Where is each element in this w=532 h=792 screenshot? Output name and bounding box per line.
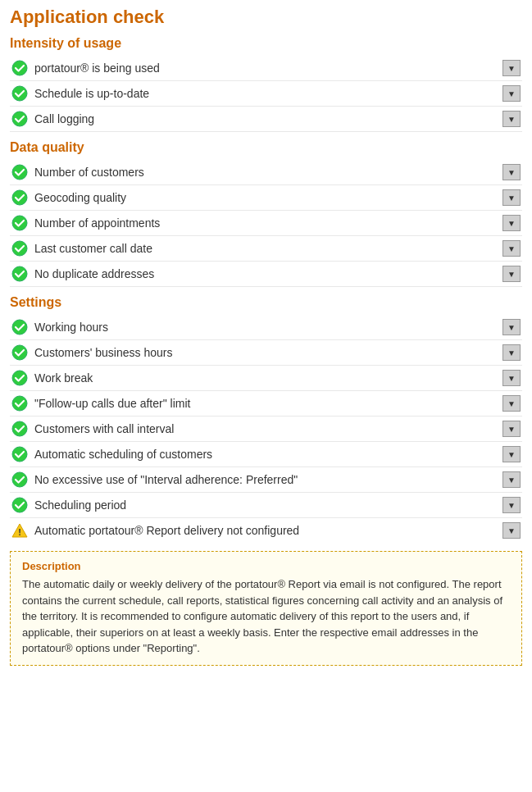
check-ok-icon (11, 319, 28, 335)
check-row-portatour-used: portatour® is being used▼ (10, 56, 522, 81)
check-label-auto-report-delivery: Automatic portatour® Report delivery not… (34, 524, 299, 537)
dropdown-btn-portatour-used[interactable]: ▼ (502, 60, 521, 76)
check-ok-icon (11, 240, 28, 257)
check-label-geocoding-quality: Geocoding quality (34, 191, 126, 204)
dropdown-btn-no-excessive-interval[interactable]: ▼ (502, 471, 521, 488)
check-ok-icon (11, 60, 28, 76)
check-row-working-hours: Working hours▼ (10, 315, 522, 340)
section-title-intensity: Intensity of usage (10, 36, 522, 51)
dropdown-btn-num-appointments[interactable]: ▼ (502, 215, 521, 231)
check-label-portatour-used: portatour® is being used (34, 61, 160, 75)
dropdown-btn-call-interval[interactable]: ▼ (502, 421, 521, 437)
check-ok-icon (11, 266, 28, 282)
check-row-call-logging: Call logging▼ (10, 107, 522, 132)
check-warn-icon: ! (11, 522, 28, 539)
sections-container: Intensity of usage portatour® is being u… (10, 36, 522, 543)
svg-text:!: ! (18, 527, 21, 537)
svg-point-13 (12, 447, 27, 462)
dropdown-btn-no-duplicate[interactable]: ▼ (502, 266, 521, 282)
svg-point-7 (12, 266, 27, 281)
dropdown-btn-last-customer-call[interactable]: ▼ (502, 240, 521, 257)
dropdown-btn-scheduling-period[interactable]: ▼ (502, 497, 521, 513)
check-row-last-customer-call: Last customer call date▼ (10, 236, 522, 262)
check-row-auto-scheduling: Automatic scheduling of customers▼ (10, 442, 522, 467)
description-box: Description The automatic daily or weekl… (10, 551, 522, 666)
description-text: The automatic daily or weekly delivery o… (22, 576, 510, 657)
check-label-call-interval: Customers with call interval (34, 422, 174, 435)
check-ok-icon (11, 370, 28, 386)
check-row-followup-limit: "Follow-up calls due after" limit▼ (10, 391, 522, 416)
section-title-data-quality: Data quality (10, 140, 522, 155)
check-label-work-break: Work break (34, 371, 93, 385)
page-title: Application check (10, 7, 522, 28)
check-row-no-duplicate: No duplicate addresses▼ (10, 262, 522, 287)
svg-point-14 (12, 472, 27, 487)
dropdown-btn-work-break[interactable]: ▼ (502, 370, 521, 386)
check-ok-icon (11, 395, 28, 412)
svg-point-15 (12, 498, 27, 512)
check-ok-icon (11, 85, 28, 102)
check-row-geocoding-quality: Geocoding quality▼ (10, 185, 522, 211)
check-row-scheduling-period: Scheduling period▼ (10, 493, 522, 518)
dropdown-btn-customers-business-hours[interactable]: ▼ (502, 344, 521, 361)
check-label-no-duplicate: No duplicate addresses (34, 267, 154, 280)
check-row-work-break: Work break▼ (10, 366, 522, 391)
svg-point-5 (12, 216, 27, 230)
check-ok-icon (11, 164, 28, 180)
svg-point-11 (12, 396, 27, 411)
check-label-last-customer-call: Last customer call date (34, 242, 152, 255)
svg-point-0 (12, 61, 27, 75)
check-row-num-appointments: Number of appointments▼ (10, 211, 522, 236)
check-row-auto-report-delivery: ! Automatic portatour® Report delivery n… (10, 518, 522, 543)
svg-point-4 (12, 190, 27, 205)
check-ok-icon (11, 471, 28, 488)
dropdown-btn-followup-limit[interactable]: ▼ (502, 395, 521, 412)
check-row-schedule-uptodate: Schedule is up-to-date▼ (10, 81, 522, 107)
svg-point-9 (12, 345, 27, 360)
svg-point-6 (12, 241, 27, 256)
check-label-followup-limit: "Follow-up calls due after" limit (34, 397, 190, 410)
dropdown-btn-schedule-uptodate[interactable]: ▼ (502, 85, 521, 102)
check-row-call-interval: Customers with call interval▼ (10, 416, 522, 442)
svg-point-2 (12, 112, 27, 126)
check-ok-icon (11, 421, 28, 437)
check-ok-icon (11, 215, 28, 231)
check-row-no-excessive-interval: No excessive use of "Interval adherence:… (10, 467, 522, 493)
dropdown-btn-auto-scheduling[interactable]: ▼ (502, 446, 521, 462)
svg-point-8 (12, 320, 27, 335)
svg-point-3 (12, 165, 27, 180)
check-label-customers-business-hours: Customers' business hours (34, 346, 172, 359)
check-label-num-appointments: Number of appointments (34, 216, 160, 230)
check-ok-icon (11, 344, 28, 361)
check-row-customers-business-hours: Customers' business hours▼ (10, 340, 522, 366)
check-label-no-excessive-interval: No excessive use of "Interval adherence:… (34, 473, 298, 486)
check-ok-icon (11, 446, 28, 462)
section-title-settings: Settings (10, 295, 522, 310)
check-label-call-logging: Call logging (34, 112, 94, 125)
dropdown-btn-working-hours[interactable]: ▼ (502, 319, 521, 335)
page-container: Application check Intensity of usage por… (0, 0, 532, 672)
check-label-scheduling-period: Scheduling period (34, 498, 126, 512)
check-row-num-customers: Number of customers▼ (10, 160, 522, 185)
svg-point-12 (12, 421, 27, 436)
check-ok-icon (11, 111, 28, 127)
description-title: Description (22, 560, 510, 572)
check-ok-icon (11, 189, 28, 206)
check-label-working-hours: Working hours (34, 321, 108, 334)
svg-point-1 (12, 86, 27, 101)
dropdown-btn-call-logging[interactable]: ▼ (502, 111, 521, 127)
check-ok-icon (11, 497, 28, 513)
check-label-schedule-uptodate: Schedule is up-to-date (34, 87, 149, 100)
check-label-num-customers: Number of customers (34, 166, 144, 179)
dropdown-btn-auto-report-delivery[interactable]: ▼ (502, 522, 521, 539)
check-label-auto-scheduling: Automatic scheduling of customers (34, 448, 212, 461)
dropdown-btn-geocoding-quality[interactable]: ▼ (502, 189, 521, 206)
svg-point-10 (12, 371, 27, 385)
dropdown-btn-num-customers[interactable]: ▼ (502, 164, 521, 180)
